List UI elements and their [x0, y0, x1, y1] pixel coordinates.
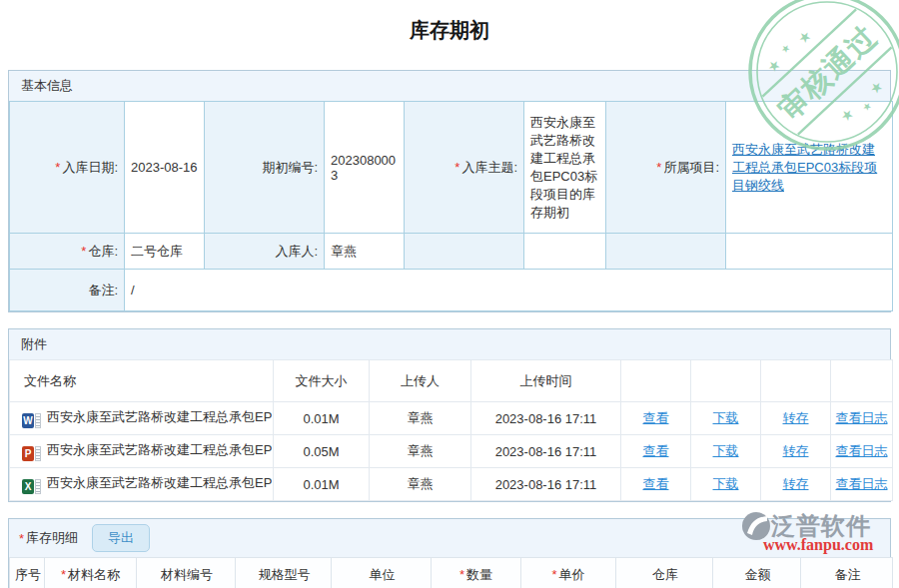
attachments-section-title: 附件 [9, 329, 890, 359]
upload-time: 2023-08-16 17:11 [471, 402, 621, 435]
project-value: 西安永康至武艺路桥改建工程总承包EPC03标段项目钢绞线 [726, 102, 893, 234]
download-link[interactable]: 下载 [713, 410, 739, 425]
col-file-size: 文件大小 [274, 360, 370, 402]
word-file-icon: W [22, 413, 41, 428]
attachments-section: 附件 文件名称 文件大小 上传人 上传时间 W西安永康至武艺路桥改建工程总承包E… [8, 328, 891, 502]
file-name-cell: W西安永康至武艺路桥改建工程总承包EP [10, 402, 274, 435]
upload-time: 2023-08-16 17:11 [471, 468, 621, 501]
file-size: 0.01M [274, 468, 370, 501]
view-link[interactable]: 查看 [643, 410, 669, 425]
remark-label: 备注: [10, 270, 125, 311]
col-unit-price: *单价 [521, 558, 616, 588]
attachment-row: P西安永康至武艺路桥改建工程总承包EP 0.05M 章燕 2023-08-16 … [10, 435, 893, 468]
empty-cell [606, 234, 726, 270]
col-uploader: 上传人 [370, 360, 471, 402]
attachment-row: W西安永康至武艺路桥改建工程总承包EP 0.01M 章燕 2023-08-16 … [10, 402, 893, 435]
col-material-name: *材料名称 [45, 558, 137, 588]
initial-no-label: 期初编号: [205, 102, 325, 234]
in-date-value: 2023-08-16 [125, 102, 205, 234]
required-star: * [19, 531, 24, 546]
empty-cell [405, 234, 524, 270]
col-warehouse: 仓库 [616, 558, 713, 588]
project-label: *所属项目: [606, 102, 726, 234]
col-seq: 序号 [10, 558, 45, 588]
col-remark: 备注 [801, 558, 893, 588]
warehouse-label: *仓库: [10, 234, 125, 270]
download-link[interactable]: 下载 [713, 443, 739, 458]
required-star: * [454, 160, 459, 175]
basic-info-row-2: *仓库: 二号仓库 入库人: 章燕 [10, 234, 893, 270]
col-material-no: 材料编号 [137, 558, 236, 588]
col-unit: 单位 [332, 558, 432, 588]
transfer-link[interactable]: 转存 [783, 410, 809, 425]
in-person-label: 入库人: [205, 234, 325, 270]
inventory-detail-section: * 库存明细 导出 序号 *材料名称 材料编号 规格型号 单位 *数量 *单价 … [8, 518, 891, 588]
basic-info-row-remark: 备注: / [10, 270, 893, 311]
warehouse-value: 二号仓库 [125, 234, 205, 270]
uploader: 章燕 [370, 435, 471, 468]
download-link[interactable]: 下载 [713, 476, 739, 491]
initial-no-value: 2023080003 [325, 102, 405, 234]
excel-file-icon: X [22, 479, 41, 494]
basic-info-section: 基本信息 *入库日期: 2023-08-16 期初编号: 2023080003 … [8, 70, 891, 312]
basic-info-table: *入库日期: 2023-08-16 期初编号: 2023080003 *入库主题… [9, 101, 893, 311]
inventory-detail-title: 库存明细 [26, 529, 78, 547]
basic-info-section-title: 基本信息 [9, 71, 890, 101]
page-title: 库存期初 [0, 0, 899, 44]
attachments-table: 文件名称 文件大小 上传人 上传时间 W西安永康至武艺路桥改建工程总承包EP 0… [9, 359, 893, 501]
file-name-cell: P西安永康至武艺路桥改建工程总承包EP [10, 435, 274, 468]
view-link[interactable]: 查看 [643, 476, 669, 491]
empty-cell [621, 360, 691, 402]
attachment-row: X西安永康至武艺路桥改建工程总承包EP 0.01M 章燕 2023-08-16 … [10, 468, 893, 501]
col-spec-model: 规格型号 [236, 558, 332, 588]
upload-time: 2023-08-16 17:11 [471, 435, 621, 468]
empty-cell [726, 234, 893, 270]
export-button[interactable]: 导出 [92, 524, 150, 552]
in-person-value: 章燕 [325, 234, 405, 270]
view-log-link[interactable]: 查看日志 [836, 443, 888, 458]
uploader: 章燕 [370, 402, 471, 435]
inventory-detail-header: * 库存明细 导出 [9, 519, 890, 557]
file-name-cell: X西安永康至武艺路桥改建工程总承包EP [10, 468, 274, 501]
empty-cell [761, 360, 831, 402]
inventory-detail-header-row: 序号 *材料名称 材料编号 规格型号 单位 *数量 *单价 仓库 金额 备注 [10, 558, 893, 588]
view-link[interactable]: 查看 [643, 443, 669, 458]
empty-cell [524, 234, 606, 270]
file-size: 0.01M [274, 402, 370, 435]
in-subject-value: 西安永康至武艺路桥改建工程总承包EPC03标段项目的库存期初 [524, 102, 606, 234]
transfer-link[interactable]: 转存 [783, 443, 809, 458]
ppt-file-icon: P [22, 446, 41, 461]
inventory-detail-table: 序号 *材料名称 材料编号 规格型号 单位 *数量 *单价 仓库 金额 备注 [9, 557, 893, 588]
col-file-name: 文件名称 [10, 360, 274, 402]
uploader: 章燕 [370, 468, 471, 501]
col-amount: 金额 [713, 558, 801, 588]
transfer-link[interactable]: 转存 [783, 476, 809, 491]
empty-cell [831, 360, 893, 402]
file-size: 0.05M [274, 435, 370, 468]
basic-info-row-1: *入库日期: 2023-08-16 期初编号: 2023080003 *入库主题… [10, 102, 893, 234]
col-quantity: *数量 [432, 558, 521, 588]
in-subject-label: *入库主题: [405, 102, 524, 234]
required-star: * [656, 160, 661, 175]
view-log-link[interactable]: 查看日志 [836, 410, 888, 425]
required-star: * [81, 244, 86, 259]
remark-value: / [125, 270, 893, 311]
attachments-header-row: 文件名称 文件大小 上传人 上传时间 [10, 360, 893, 402]
in-date-label: *入库日期: [10, 102, 125, 234]
view-log-link[interactable]: 查看日志 [836, 476, 888, 491]
required-star: * [55, 160, 60, 175]
col-upload-time: 上传时间 [471, 360, 621, 402]
project-link[interactable]: 西安永康至武艺路桥改建工程总承包EPC03标段项目钢绞线 [732, 142, 877, 193]
empty-cell [691, 360, 761, 402]
